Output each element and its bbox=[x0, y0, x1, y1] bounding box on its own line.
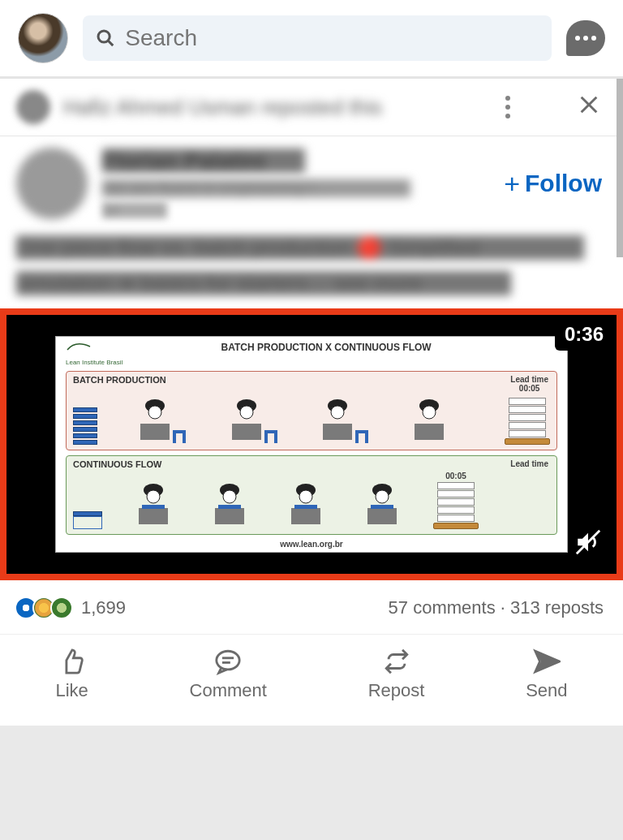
svg-rect-41 bbox=[371, 505, 393, 509]
send-button[interactable]: Send bbox=[526, 648, 567, 701]
svg-point-0 bbox=[98, 31, 110, 42]
svg-rect-36 bbox=[291, 508, 320, 524]
svg-rect-22 bbox=[365, 433, 368, 443]
repost-label: Repost bbox=[368, 680, 425, 701]
search-box[interactable] bbox=[83, 15, 552, 61]
svg-rect-29 bbox=[142, 505, 165, 509]
batch-worker-4 bbox=[413, 396, 466, 445]
svg-point-39 bbox=[376, 490, 389, 503]
svg-rect-33 bbox=[218, 505, 241, 509]
repost-text: Hafiz Ahmed Usman reposted this bbox=[63, 95, 485, 120]
post-menu-button[interactable] bbox=[498, 96, 518, 118]
svg-rect-40 bbox=[367, 508, 397, 524]
svg-rect-21 bbox=[355, 433, 359, 443]
input-stack-cont bbox=[73, 511, 102, 529]
batch-lead-time: Lead time 00:05 bbox=[510, 375, 548, 393]
input-stack bbox=[73, 407, 97, 445]
continuous-lead-time: 00:05 bbox=[445, 472, 466, 480]
video-highlight-frame: 0:36 Lean Institute Brasil BATCH PRODUCT… bbox=[0, 308, 623, 580]
svg-rect-15 bbox=[264, 433, 268, 443]
lean-institute-logo: Lean Institute Brasil bbox=[66, 342, 122, 366]
svg-rect-32 bbox=[215, 508, 244, 524]
search-input[interactable] bbox=[125, 25, 539, 51]
reposter-avatar[interactable] bbox=[16, 90, 50, 124]
cont-worker-2 bbox=[204, 480, 258, 529]
svg-rect-19 bbox=[323, 424, 352, 440]
repost-count: 313 reposts bbox=[510, 597, 604, 618]
search-icon bbox=[96, 28, 115, 49]
batch-worker-3 bbox=[321, 396, 375, 445]
follow-button[interactable]: + Follow bbox=[504, 168, 607, 200]
svg-rect-8 bbox=[173, 430, 186, 433]
video-duration: 0:36 bbox=[555, 318, 613, 351]
social-metrics: 1,699 57 comments · 313 reposts bbox=[0, 580, 623, 635]
svg-point-35 bbox=[299, 490, 312, 503]
comment-icon bbox=[214, 648, 242, 675]
author-meta[interactable]: Florian Palatini We are fluent in engine… bbox=[102, 149, 489, 218]
svg-rect-13 bbox=[232, 424, 261, 440]
svg-point-42 bbox=[217, 651, 239, 670]
reaction-summary[interactable]: 1,699 bbox=[19, 597, 126, 619]
svg-rect-25 bbox=[415, 424, 444, 440]
cont-worker-3 bbox=[281, 480, 334, 529]
plus-icon: + bbox=[504, 168, 520, 200]
repost-button[interactable]: Repost bbox=[368, 648, 425, 701]
send-label: Send bbox=[526, 680, 567, 701]
messaging-icon[interactable] bbox=[566, 20, 605, 56]
batch-worker-2 bbox=[230, 396, 284, 445]
send-icon bbox=[533, 648, 561, 675]
comment-count: 57 comments bbox=[389, 597, 496, 618]
like-icon bbox=[58, 648, 86, 675]
cont-worker-1 bbox=[128, 480, 182, 529]
slide-title: BATCH PRODUCTION X CONTINUOUS FLOW bbox=[122, 342, 530, 353]
svg-point-27 bbox=[147, 490, 160, 503]
author-timestamp: 1d bbox=[102, 202, 489, 218]
video-slide: Lean Institute Brasil BATCH PRODUCTION X… bbox=[55, 336, 568, 553]
repost-icon bbox=[383, 648, 410, 675]
comment-button[interactable]: Comment bbox=[190, 648, 267, 701]
continuous-output: 00:05 bbox=[433, 472, 479, 529]
svg-rect-37 bbox=[294, 505, 317, 509]
comment-label: Comment bbox=[190, 680, 267, 701]
dismiss-post-button[interactable] bbox=[571, 93, 607, 122]
svg-point-6 bbox=[148, 406, 161, 419]
svg-rect-7 bbox=[140, 424, 170, 440]
svg-rect-14 bbox=[264, 430, 277, 433]
action-bar: Like Comment Repost Send bbox=[0, 635, 623, 719]
svg-rect-28 bbox=[139, 508, 168, 524]
batch-label: BATCH PRODUCTION bbox=[73, 375, 166, 385]
repost-header: Hafiz Ahmed Usman reposted this bbox=[0, 79, 623, 136]
feed-post: Hafiz Ahmed Usman reposted this Florian … bbox=[0, 79, 623, 726]
continuous-lead-time-label: Lead time bbox=[510, 459, 548, 468]
cont-worker-4 bbox=[357, 480, 410, 529]
top-bar bbox=[0, 0, 623, 79]
svg-rect-9 bbox=[173, 433, 176, 443]
follow-label: Follow bbox=[525, 170, 602, 197]
video-player[interactable]: 0:36 Lean Institute Brasil BATCH PRODUCT… bbox=[6, 315, 617, 574]
batch-panel: BATCH PRODUCTION Lead time 00:05 bbox=[66, 371, 557, 450]
celebrate-reaction-icon bbox=[50, 597, 73, 619]
svg-point-31 bbox=[223, 490, 236, 503]
slide-url: www.lean.org.br bbox=[66, 540, 557, 549]
mute-icon[interactable] bbox=[574, 528, 602, 559]
reaction-icons bbox=[19, 597, 73, 619]
post-text[interactable]: One piece flow vs. batch production 🔴 Si… bbox=[0, 227, 623, 308]
svg-line-1 bbox=[108, 41, 113, 45]
comments-reposts[interactable]: 57 comments · 313 reposts bbox=[389, 597, 604, 618]
author-avatar[interactable] bbox=[16, 148, 88, 219]
batch-worker-1 bbox=[139, 396, 192, 445]
reaction-count: 1,699 bbox=[81, 597, 126, 618]
continuous-panel: CONTINUOUS FLOW Lead time bbox=[66, 455, 557, 535]
continuous-label: CONTINUOUS FLOW bbox=[73, 459, 161, 469]
batch-output-tray bbox=[505, 398, 550, 445]
like-label: Like bbox=[55, 680, 88, 701]
author-row: Florian Palatini We are fluent in engine… bbox=[0, 136, 623, 227]
svg-rect-10 bbox=[183, 433, 186, 443]
svg-rect-20 bbox=[355, 430, 368, 433]
svg-point-18 bbox=[331, 406, 344, 419]
user-avatar[interactable] bbox=[18, 13, 68, 63]
like-button[interactable]: Like bbox=[55, 648, 88, 701]
author-name: Florian Palatini bbox=[102, 149, 489, 173]
svg-point-24 bbox=[423, 406, 436, 419]
svg-point-12 bbox=[240, 406, 253, 419]
